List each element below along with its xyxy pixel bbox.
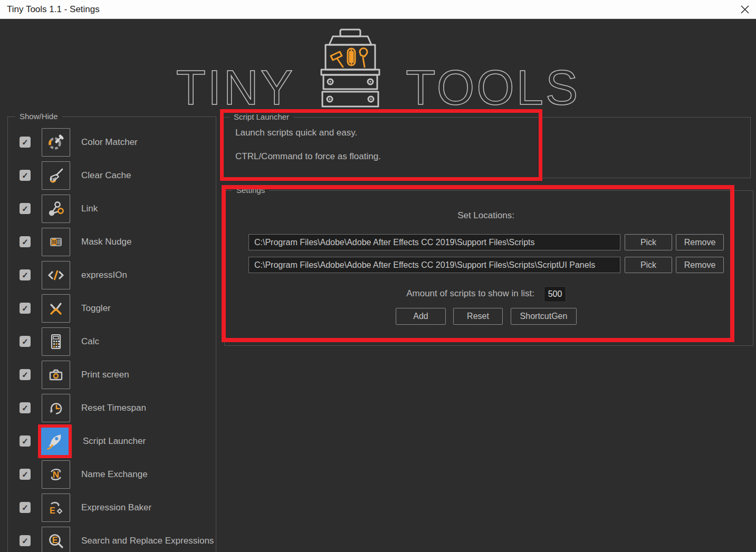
- logo-tiny-text: TINY: [176, 63, 295, 112]
- tool-row-link: Link: [8, 192, 216, 225]
- tool-row-expression-baker: E Expression Baker: [8, 491, 216, 524]
- tool-row-reset-timespan: Reset Timespan: [8, 391, 216, 424]
- camera-icon: [46, 365, 65, 384]
- tool-row-color-matcher: Color Matcher: [8, 125, 216, 159]
- toggler-checkbox[interactable]: [20, 303, 31, 314]
- remove-button-2[interactable]: Remove: [676, 257, 724, 273]
- show-hide-group-label: Show/Hide: [15, 112, 62, 121]
- print-screen-icon-button[interactable]: [42, 361, 70, 389]
- tool-label: Print screen: [81, 370, 129, 380]
- shortcutgen-button[interactable]: ShortcutGen: [511, 308, 577, 325]
- script-launcher-panel-label: Script Launcher: [229, 112, 293, 121]
- color-matcher-checkbox[interactable]: [20, 137, 31, 148]
- tool-label: Clear Cache: [81, 170, 131, 181]
- expression-baker-checkbox[interactable]: [20, 502, 31, 513]
- show-hide-group: Show/Hide Color Matcher: [7, 117, 216, 552]
- tool-row-clear-cache: Clear Cache: [8, 159, 216, 192]
- toggler-icon: [46, 299, 65, 318]
- reset-timespan-checkbox[interactable]: [20, 402, 31, 413]
- mask-nudge-icon: [46, 233, 65, 251]
- reset-button[interactable]: Reset: [453, 308, 503, 325]
- expression-baker-icon-button[interactable]: E: [42, 493, 70, 522]
- svg-text:E: E: [50, 506, 55, 515]
- script-path-input-1[interactable]: [248, 234, 620, 250]
- link-icon: [46, 199, 65, 218]
- tool-label: Script Launcher: [83, 436, 146, 447]
- tool-label: Search and Replace Expressions: [81, 536, 214, 546]
- name-exchange-checkbox[interactable]: [20, 469, 31, 480]
- toolbox-icon: [300, 28, 400, 108]
- tool-row-calc: Calc: [8, 325, 216, 358]
- window-title: Tiny Tools 1.1 - Setings: [7, 0, 100, 18]
- search-replace-icon-button[interactable]: E: [42, 527, 70, 552]
- svg-text:E: E: [52, 536, 58, 545]
- set-locations-label: Set Locations:: [225, 210, 747, 221]
- main-area: TINY: [0, 19, 756, 552]
- name-exchange-icon-button[interactable]: N: [42, 460, 70, 489]
- expression-baker-icon: E: [46, 498, 65, 517]
- tool-row-name-exchange: N Name Exchange: [8, 458, 216, 491]
- reset-timespan-icon: [46, 399, 65, 418]
- pick-button-1[interactable]: Pick: [625, 234, 672, 250]
- tool-label: Reset Timespan: [81, 403, 146, 413]
- amount-input[interactable]: [544, 286, 566, 302]
- tool-label: expressIOn: [81, 270, 127, 280]
- toggler-icon-button[interactable]: [42, 294, 70, 323]
- script-launcher-description: Launch scripts quick and easy.: [235, 128, 357, 138]
- remove-button-1[interactable]: Remove: [676, 234, 724, 250]
- pick-button-2[interactable]: Pick: [625, 257, 672, 273]
- logo-tools-text: TOOLS: [406, 63, 580, 112]
- search-expressions-icon: E: [46, 531, 65, 550]
- tool-label: Name Exchange: [81, 469, 148, 480]
- tool-label: Expression Baker: [81, 502, 151, 513]
- close-icon: [740, 5, 750, 14]
- calc-icon: [46, 332, 65, 351]
- settings-panel: Settings Set Locations: Pick Remove Pick…: [224, 190, 753, 346]
- expression-icon-button[interactable]: [42, 261, 70, 289]
- app-logo: TINY: [0, 28, 756, 108]
- expression-code-icon: [46, 266, 65, 285]
- tool-row-toggler: Toggler: [8, 292, 216, 325]
- script-launcher-hint: CTRL/Command to force as floating.: [235, 151, 381, 162]
- name-exchange-icon: N: [46, 465, 65, 484]
- tool-label: Toggler: [81, 303, 111, 314]
- calc-icon-button[interactable]: [42, 327, 70, 356]
- title-bar: Tiny Tools 1.1 - Setings: [0, 0, 756, 19]
- rocket-icon: [44, 431, 65, 452]
- svg-text:N: N: [53, 470, 59, 480]
- tool-row-search-replace: E Search and Replace Expressions: [8, 524, 216, 552]
- search-replace-checkbox[interactable]: [20, 535, 31, 546]
- mask-nudge-checkbox[interactable]: [20, 236, 31, 247]
- clear-cache-icon: [46, 166, 65, 185]
- tool-row-mask-nudge: Mask Nudge: [8, 225, 216, 258]
- tool-label: Color Matcher: [81, 137, 138, 148]
- script-launcher-panel: Script Launcher Launch scripts quick and…: [222, 117, 751, 178]
- tool-label: Mask Nudge: [81, 237, 131, 247]
- tool-list: Color Matcher Clear Cache: [8, 125, 216, 552]
- color-matcher-icon-button[interactable]: [42, 128, 70, 157]
- expression-checkbox[interactable]: [20, 269, 31, 280]
- mask-nudge-icon-button[interactable]: [42, 228, 70, 256]
- clear-cache-icon-button[interactable]: [42, 161, 70, 190]
- reset-timespan-icon-button[interactable]: [42, 394, 70, 422]
- print-screen-checkbox[interactable]: [20, 369, 31, 380]
- script-launcher-checkbox[interactable]: [20, 435, 31, 447]
- calc-checkbox[interactable]: [20, 336, 31, 347]
- tool-row-print-screen: Print screen: [8, 358, 216, 391]
- close-button[interactable]: [739, 4, 751, 15]
- tool-row-script-launcher: Script Launcher: [8, 424, 216, 458]
- amount-label: Amount of scripts to show in list:: [248, 288, 534, 299]
- script-path-input-2[interactable]: [248, 257, 620, 273]
- tool-label: Calc: [81, 336, 99, 347]
- link-icon-button[interactable]: [42, 195, 70, 223]
- tool-row-expression: expressIOn: [8, 258, 216, 292]
- color-matcher-icon: [46, 133, 65, 152]
- link-checkbox[interactable]: [20, 203, 31, 214]
- settings-panel-label: Settings: [232, 186, 269, 195]
- clear-cache-checkbox[interactable]: [20, 170, 31, 181]
- script-launcher-icon-button[interactable]: [38, 424, 72, 458]
- add-button[interactable]: Add: [396, 308, 446, 325]
- tool-label: Link: [81, 204, 98, 214]
